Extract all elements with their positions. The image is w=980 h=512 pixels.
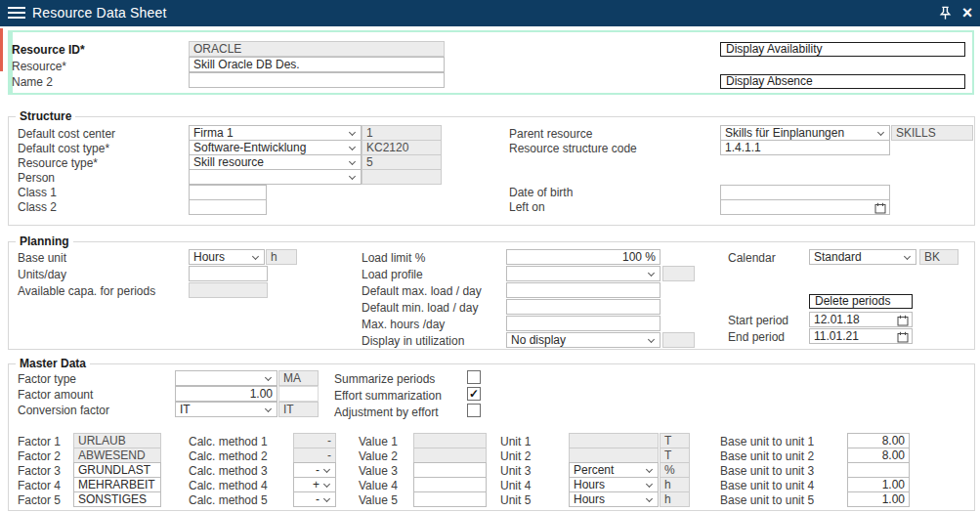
parent-resource-select[interactable]: Skills für Einplanungen [720,125,890,141]
chevron-down-icon [323,466,330,473]
display-util-label: Display in utilization [362,334,464,348]
value4-field[interactable] [413,477,487,492]
adjustment-by-effort-checkbox[interactable] [467,404,481,417]
chevron-down-icon [323,481,330,488]
unit2-label: Unit 2 [500,449,531,463]
chevron-down-icon [349,144,356,150]
name2-field[interactable] [189,72,445,88]
default-cost-center-label: Default cost center [18,127,115,141]
display-util-code-box [662,332,695,348]
title-bar: Resource Data Sheet × [0,0,980,26]
calendar-icon[interactable] [897,315,909,326]
value5-field[interactable] [413,491,487,507]
adjustment-by-effort-label: Adjustment by effort [334,405,439,419]
structure-legend: Structure [16,109,75,123]
factor5-field[interactable]: SONSTIGES [73,491,161,507]
conversion-factor-select[interactable]: IT [175,402,277,417]
class1-field[interactable] [189,185,267,200]
summarize-periods-label: Summarize periods [334,372,435,386]
factor-amount-field[interactable]: 1.00 [175,386,277,402]
unit5-select[interactable]: Hours [569,491,659,507]
summarize-periods-checkbox[interactable] [467,370,481,384]
unit3-label: Unit 3 [500,464,531,478]
max-hours-field[interactable] [506,316,660,331]
factor-type-select[interactable] [175,370,277,386]
unit1-label: Unit 1 [500,435,531,448]
resource-type-select[interactable]: Skill resource [189,154,362,170]
resource-name-label: Resource* [12,60,66,73]
display-absence-button[interactable]: Display Absence [720,74,965,89]
load-limit-field[interactable]: 100 % [506,249,660,265]
class2-field[interactable] [189,199,267,215]
unit4-select[interactable]: Hours [569,477,659,492]
pin-icon[interactable] [937,5,954,21]
calendar-select[interactable]: Standard [809,249,916,265]
calendar-icon[interactable] [897,331,909,343]
chevron-down-icon [349,158,356,165]
min-load-field[interactable] [506,299,660,315]
display-util-select[interactable]: No display [506,332,660,348]
factor-amount-extra-box [278,386,319,402]
base-unit5-field[interactable]: 1.00 [847,491,910,507]
value5-label: Value 5 [359,493,398,507]
chevron-down-icon [646,495,653,502]
value3-field[interactable] [413,462,487,478]
name2-label: Name 2 [12,75,53,89]
base-unit4-field[interactable]: 1.00 [847,477,910,492]
unit4-code: h [660,477,690,492]
load-profile-select[interactable] [506,266,660,281]
base-unit3-field[interactable] [847,462,910,478]
left-on-field[interactable] [720,199,890,215]
display-availability-button[interactable]: Display Availability [720,42,965,57]
value3-label: Value 3 [359,464,398,478]
factor1-field: URLAUB [73,433,161,448]
factor5-label: Factor 5 [18,493,61,507]
window-title: Resource Data Sheet [32,0,167,26]
conversion-factor-label: Conversion factor [18,404,109,417]
menu-icon[interactable] [8,7,25,20]
start-period-field[interactable]: 12.01.18 [809,312,913,327]
calendar-code: BK [919,249,959,265]
delete-periods-button[interactable]: Delete periods [809,294,913,309]
parent-resource-label: Parent resource [509,127,592,141]
calc-method3-select[interactable]: - [293,462,336,478]
value1-label: Value 1 [359,435,398,448]
base-unit-code: h [266,249,297,265]
units-day-field[interactable] [189,266,268,281]
class1-label: Class 1 [18,186,57,199]
base-unit1-field[interactable]: 8.00 [847,433,910,448]
base-unit-select[interactable]: Hours [189,249,265,265]
date-of-birth-field[interactable] [720,185,890,200]
unit3-select[interactable]: Percent [569,462,659,478]
calc-method5-select[interactable]: - [293,491,336,507]
default-cost-center-code: 1 [362,125,442,141]
calc-method4-select[interactable]: + [293,477,336,492]
max-load-field[interactable] [506,282,660,298]
factor4-field[interactable]: MEHRARBEIT [73,477,161,492]
value1-field [413,433,487,448]
calc-method2-field: - [293,448,336,463]
resource-name-field[interactable]: Skill Oracle DB Des. [189,57,445,72]
default-cost-type-select[interactable]: Software-Entwicklung [189,140,362,155]
unit2-field [569,448,659,463]
factor3-field[interactable]: GRUNDLAST [73,462,161,478]
end-period-field[interactable]: 11.01.21 [809,328,913,344]
chevron-down-icon [646,481,653,488]
load-profile-label: Load profile [362,268,423,281]
base-unit2-field[interactable]: 8.00 [847,448,910,463]
close-icon[interactable]: × [959,1,976,25]
effort-summarization-checkbox[interactable]: ✓ [467,387,481,401]
default-cost-center-select[interactable]: Firma 1 [189,125,362,141]
chevron-down-icon [877,129,884,136]
base-unit2-label: Base unit to unit 2 [720,449,814,463]
structure-code-field[interactable]: 1.4.1.1 [720,140,890,155]
calc-method2-label: Calc. method 2 [189,449,268,463]
parent-resource-code: SKILLS [891,125,973,141]
unit1-code: T [660,433,690,448]
date-of-birth-label: Date of birth [509,186,573,199]
capa-label: Available capa. for periods [18,284,155,298]
scroll-indicator [0,28,3,71]
person-select[interactable] [189,169,362,185]
value2-label: Value 2 [359,449,398,463]
calendar-icon[interactable] [874,202,886,214]
